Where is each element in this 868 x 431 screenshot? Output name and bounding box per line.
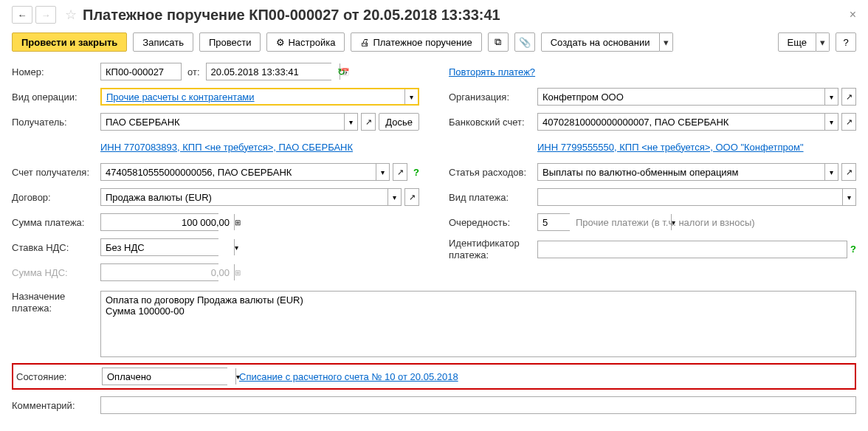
favorite-star-icon[interactable]: ☆: [65, 7, 77, 23]
op-type-label: Вид операции:: [12, 92, 100, 103]
vat-sum-calc-icon: ⊞: [234, 264, 241, 280]
writeoff-link[interactable]: Списание с расчетного счета № 10 от 20.0…: [239, 371, 458, 382]
payment-type-select[interactable]: [538, 189, 842, 205]
number-input[interactable]: [100, 63, 182, 80]
comment-input[interactable]: [100, 396, 856, 414]
recipient-dropdown[interactable]: ▾: [344, 114, 357, 130]
org-dropdown[interactable]: ▾: [824, 89, 838, 105]
settings-label: Настройка: [288, 37, 335, 48]
structure-button[interactable]: ⧉: [488, 32, 509, 52]
status-select[interactable]: [103, 368, 235, 385]
inn-org-link[interactable]: ИНН 7799555550, КПП <не требуется>, ООО …: [537, 142, 804, 153]
identifier-input[interactable]: [537, 241, 847, 258]
contract-label: Договор:: [12, 192, 100, 203]
from-label: от:: [187, 66, 200, 77]
vat-sum-input: [101, 264, 234, 280]
attach-button[interactable]: 📎: [514, 32, 535, 52]
create-based-button[interactable]: Создать на основании: [541, 32, 660, 52]
post-button[interactable]: Провести: [199, 32, 261, 52]
org-label: Организация:: [449, 92, 537, 103]
recipient-account-help[interactable]: ?: [413, 167, 419, 178]
gear-icon: ⚙: [276, 37, 285, 48]
post-and-close-button[interactable]: Провести и закрыть: [12, 32, 127, 52]
nav-forward-button[interactable]: →: [35, 6, 56, 24]
vat-rate-dropdown[interactable]: ▾: [234, 239, 238, 255]
org-open-button[interactable]: ↗: [841, 88, 856, 106]
bank-account-input[interactable]: [538, 114, 824, 130]
payment-type-dropdown[interactable]: ▾: [842, 189, 855, 205]
structure-icon: ⧉: [495, 36, 501, 48]
org-input[interactable]: [538, 89, 824, 105]
paperclip-icon: 📎: [519, 37, 531, 48]
expense-open-button[interactable]: ↗: [841, 163, 856, 181]
calculator-icon[interactable]: ⊞: [234, 214, 241, 230]
contract-input[interactable]: [101, 189, 388, 205]
bank-account-label: Банковский счет:: [449, 117, 537, 128]
create-based-split: Создать на основании ▾: [541, 32, 673, 52]
purpose-textarea[interactable]: [100, 291, 856, 357]
refresh-icon[interactable]: ↻: [337, 66, 345, 77]
priority-hint: Прочие платежи (в т.ч. налоги и взносы): [576, 217, 755, 228]
expense-dropdown[interactable]: ▾: [824, 164, 838, 180]
op-type-select[interactable]: [102, 89, 404, 104]
status-label: Состояние:: [16, 371, 102, 382]
print-label: Платежное поручение: [373, 37, 472, 48]
repeat-payment-link[interactable]: Повторять платеж?: [449, 66, 535, 77]
nav-back-button[interactable]: ←: [12, 6, 32, 24]
contract-dropdown[interactable]: ▾: [388, 189, 401, 205]
more-split: Еще ▾: [778, 32, 830, 52]
create-based-dropdown[interactable]: ▾: [660, 32, 673, 52]
settings-button[interactable]: ⚙ Настройка: [266, 32, 345, 52]
vat-sum-label: Сумма НДС:: [12, 267, 100, 278]
save-button[interactable]: Записать: [133, 32, 193, 52]
vat-rate-select[interactable]: [101, 239, 234, 255]
priority-label: Очередность:: [449, 217, 537, 228]
bank-account-open-button[interactable]: ↗: [841, 113, 856, 131]
identifier-help[interactable]: ?: [850, 244, 856, 255]
dossier-button[interactable]: Досье: [379, 113, 419, 131]
recipient-account-label: Счет получателя:: [12, 167, 100, 178]
amount-input[interactable]: [101, 214, 234, 230]
payment-type-label: Вид платежа:: [449, 192, 537, 203]
recipient-account-input[interactable]: [101, 164, 376, 180]
number-label: Номер:: [12, 66, 100, 77]
close-icon[interactable]: ×: [850, 8, 856, 21]
toolbar: Провести и закрыть Записать Провести ⚙ Н…: [12, 32, 856, 52]
more-dropdown[interactable]: ▾: [816, 32, 830, 52]
vat-rate-label: Ставка НДС:: [12, 242, 100, 253]
print-button[interactable]: 🖨 Платежное поручение: [351, 32, 481, 52]
contract-open-button[interactable]: ↗: [404, 188, 419, 206]
recipient-account-dropdown[interactable]: ▾: [376, 164, 389, 180]
op-type-dropdown[interactable]: ▾: [404, 89, 418, 104]
inn-recipient-link[interactable]: ИНН 7707083893, КПП <не требуется>, ПАО …: [100, 142, 353, 153]
recipient-account-open-button[interactable]: ↗: [393, 163, 407, 181]
expense-input[interactable]: [538, 164, 824, 180]
recipient-label: Получатель:: [12, 117, 100, 128]
date-input[interactable]: [207, 63, 340, 80]
page-title: Платежное поручение КП00-000027 от 20.05…: [83, 7, 500, 24]
help-button[interactable]: ?: [836, 32, 856, 52]
recipient-open-button[interactable]: ↗: [361, 113, 376, 131]
recipient-input[interactable]: [101, 114, 344, 130]
purpose-label: Назначение платежа:: [12, 291, 100, 314]
amount-label: Сумма платежа:: [12, 217, 100, 228]
more-button[interactable]: Еще: [778, 32, 816, 52]
identifier-label: Идентификатор платежа:: [449, 238, 537, 261]
printer-icon: 🖨: [360, 37, 370, 48]
expense-label: Статья расходов:: [449, 167, 537, 178]
comment-label: Комментарий:: [12, 400, 100, 411]
bank-account-dropdown[interactable]: ▾: [824, 114, 838, 130]
